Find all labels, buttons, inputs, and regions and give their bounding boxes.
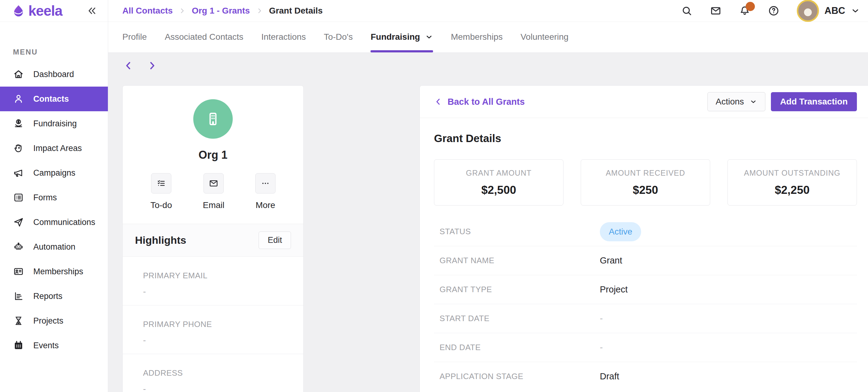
sidebar-item-label: Forms xyxy=(33,193,57,202)
edit-highlights-button[interactable]: Edit xyxy=(258,231,291,249)
sidebar-item-dashboard[interactable]: Dashboard xyxy=(0,62,108,87)
tab-volunteering[interactable]: Volunteering xyxy=(521,22,569,53)
chevron-right-icon xyxy=(179,7,186,14)
prev-record-icon[interactable] xyxy=(123,60,134,71)
donation-coin-icon xyxy=(13,118,24,129)
sidebar-item-impact-areas[interactable]: Impact Areas xyxy=(0,136,108,161)
highlights-title: Highlights xyxy=(135,234,186,246)
sidebar-item-campaigns[interactable]: Campaigns xyxy=(0,161,108,185)
grant-stats: GRANT AMOUNT $2,500 AMOUNT RECEIVED $250… xyxy=(434,159,857,205)
actions-dropdown-button[interactable]: Actions xyxy=(707,92,765,111)
keela-app: keela MENU Dashboard Contacts Fundraisin… xyxy=(0,0,868,392)
content-area: Org 1 To-do Email xyxy=(108,53,868,392)
megaphone-icon xyxy=(13,167,24,178)
sidebar-menu: Dashboard Contacts Fundraising Impact Ar… xyxy=(0,62,108,358)
detail-label: GRANT NAME xyxy=(439,256,600,265)
stat-value: $2,500 xyxy=(481,184,516,197)
sidebar-item-reports[interactable]: Reports xyxy=(0,284,108,308)
sidebar-item-label: Memberships xyxy=(33,267,83,276)
sidebar-item-label: Fundraising xyxy=(33,119,77,129)
sidebar-collapse-icon[interactable] xyxy=(86,5,97,16)
grant-header-buttons: Actions Add Transaction xyxy=(707,92,857,111)
sidebar-item-events[interactable]: Events xyxy=(0,333,108,358)
id-card-icon xyxy=(13,266,24,277)
field-value: - xyxy=(143,287,296,296)
chevron-down-icon xyxy=(750,98,757,105)
stat-value: $250 xyxy=(633,184,658,197)
chevron-down-icon xyxy=(425,33,433,41)
logo-text: keela xyxy=(28,4,62,18)
grant-detail-list: STATUS Active GRANT NAME Grant GRANT TYP… xyxy=(434,217,857,391)
detail-value: Grant xyxy=(600,256,622,266)
quick-action-label: More xyxy=(255,200,275,210)
help-icon[interactable] xyxy=(768,5,779,17)
form-list-icon xyxy=(13,192,24,203)
paper-plane-icon xyxy=(13,217,24,228)
sidebar-item-memberships[interactable]: Memberships xyxy=(0,259,108,284)
grant-panel-body: Grant Details GRANT AMOUNT $2,500 AMOUNT… xyxy=(420,132,868,391)
quick-actions: To-do Email More xyxy=(123,173,303,210)
email-button[interactable] xyxy=(204,173,224,194)
sidebar-item-communications[interactable]: Communications xyxy=(0,210,108,234)
next-record-icon[interactable] xyxy=(147,60,157,71)
record-nav xyxy=(123,60,157,71)
sidebar-item-automation[interactable]: Automation xyxy=(0,234,108,259)
avatar[interactable] xyxy=(797,0,819,22)
stat-amount-outstanding: AMOUNT OUTSTANDING $2,250 xyxy=(727,159,857,205)
search-icon[interactable] xyxy=(681,5,692,17)
highlight-field-primary-email: PRIMARY EMAIL - xyxy=(123,257,303,305)
tab-associated-contacts[interactable]: Associated Contacts xyxy=(164,22,243,53)
quick-action-more: More xyxy=(255,173,276,210)
sidebar-item-label: Impact Areas xyxy=(33,143,82,153)
tab-memberships[interactable]: Memberships xyxy=(451,22,503,53)
quick-action-todo: To-do xyxy=(150,173,172,210)
org-avatar xyxy=(193,99,233,139)
stat-grant-amount: GRANT AMOUNT $2,500 xyxy=(434,159,563,205)
bar-chart-icon xyxy=(13,291,24,302)
menu-section-label: MENU xyxy=(13,48,108,56)
sidebar-item-contacts[interactable]: Contacts xyxy=(0,87,108,111)
sidebar-item-projects[interactable]: Projects xyxy=(0,308,108,333)
sidebar-item-fundraising[interactable]: Fundraising xyxy=(0,111,108,136)
chevron-left-icon xyxy=(434,97,443,106)
breadcrumb: All Contacts Org 1 - Grants Grant Detail… xyxy=(108,6,323,16)
breadcrumb-all-contacts[interactable]: All Contacts xyxy=(122,6,173,16)
tab-fundraising[interactable]: Fundraising xyxy=(371,22,433,53)
highlight-field-address: ADDRESS - xyxy=(123,354,303,392)
quick-action-email: Email xyxy=(203,173,224,210)
highlight-field-primary-phone: PRIMARY PHONE - xyxy=(123,305,303,354)
envelope-icon xyxy=(209,178,219,188)
quick-action-label: To-do xyxy=(150,200,172,210)
tab-todos[interactable]: To-Do's xyxy=(324,22,352,53)
keela-logo[interactable]: keela xyxy=(12,4,62,18)
todo-button[interactable] xyxy=(151,173,172,194)
mail-icon[interactable] xyxy=(710,5,721,17)
actions-label: Actions xyxy=(716,97,744,107)
sidebar-item-forms[interactable]: Forms xyxy=(0,185,108,210)
user-menu[interactable]: ABC xyxy=(797,0,860,22)
back-to-all-grants-link[interactable]: Back to All Grants xyxy=(434,97,525,107)
detail-value: Project xyxy=(600,285,627,295)
sidebar-item-label: Dashboard xyxy=(33,70,74,79)
field-value: - xyxy=(143,384,296,392)
tab-interactions[interactable]: Interactions xyxy=(261,22,306,53)
breadcrumb-org-grants[interactable]: Org 1 - Grants xyxy=(192,6,250,16)
bell-icon[interactable] xyxy=(739,5,750,17)
sidebar-item-label: Events xyxy=(33,341,59,350)
sidebar-item-label: Projects xyxy=(33,316,63,326)
contact-name: Org 1 xyxy=(123,149,303,162)
quick-action-label: Email xyxy=(203,200,224,210)
more-button[interactable] xyxy=(255,173,276,194)
sidebar-item-label: Automation xyxy=(33,242,75,252)
tab-fundraising-label: Fundraising xyxy=(371,32,420,42)
sidebar-header: keela xyxy=(0,0,108,22)
detail-label: START DATE xyxy=(439,314,600,323)
detail-row-start-date: START DATE - xyxy=(434,304,857,333)
field-label: PRIMARY PHONE xyxy=(143,320,296,329)
add-transaction-button[interactable]: Add Transaction xyxy=(771,92,857,111)
grant-panel: Back to All Grants Actions Add Transacti… xyxy=(420,85,868,392)
tab-profile[interactable]: Profile xyxy=(122,22,147,53)
grant-panel-header: Back to All Grants Actions Add Transacti… xyxy=(420,86,868,118)
calendar-icon xyxy=(13,340,24,351)
status-badge: Active xyxy=(600,222,641,241)
